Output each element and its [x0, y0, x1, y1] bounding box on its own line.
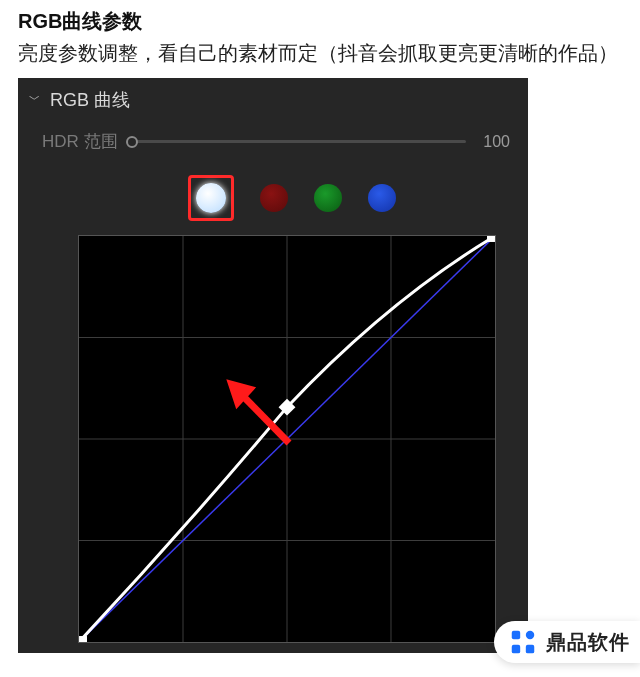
hdr-slider-thumb[interactable]	[126, 136, 138, 148]
panel-header[interactable]: ﹀ RGB 曲线	[18, 78, 528, 114]
green-channel-button[interactable]	[314, 184, 342, 212]
panel-section-label: RGB 曲线	[50, 88, 130, 112]
svg-rect-9	[526, 631, 534, 639]
chevron-down-icon: ﹀	[29, 91, 40, 109]
selected-channel-highlight	[188, 175, 234, 221]
hdr-slider[interactable]	[132, 140, 466, 143]
arrow-annotation-icon	[226, 379, 289, 443]
watermark-logo-icon	[508, 627, 538, 657]
page-title: RGB曲线参数	[18, 8, 622, 35]
curve-grid	[79, 236, 495, 642]
channel-selector-row	[18, 161, 528, 231]
watermark-text: 鼎品软件	[546, 629, 630, 656]
curve-editor[interactable]	[78, 235, 496, 643]
red-channel-button[interactable]	[260, 184, 288, 212]
blue-channel-button[interactable]	[368, 184, 396, 212]
svg-rect-11	[526, 645, 534, 653]
hdr-range-row: HDR 范围 100	[18, 114, 528, 161]
svg-rect-10	[512, 645, 520, 653]
curve-end-handle[interactable]	[487, 236, 495, 242]
curve-start-handle[interactable]	[79, 636, 87, 642]
svg-rect-8	[512, 631, 520, 639]
hdr-label: HDR 范围	[42, 130, 118, 153]
hdr-value: 100	[480, 133, 510, 151]
watermark-badge: 鼎品软件	[494, 621, 640, 663]
white-channel-button[interactable]	[196, 183, 226, 213]
rgb-curve-panel: ﹀ RGB 曲线 HDR 范围 100	[18, 78, 528, 653]
page-subtitle: 亮度参数调整，看自己的素材而定（抖音会抓取更亮更清晰的作品）	[18, 39, 622, 68]
